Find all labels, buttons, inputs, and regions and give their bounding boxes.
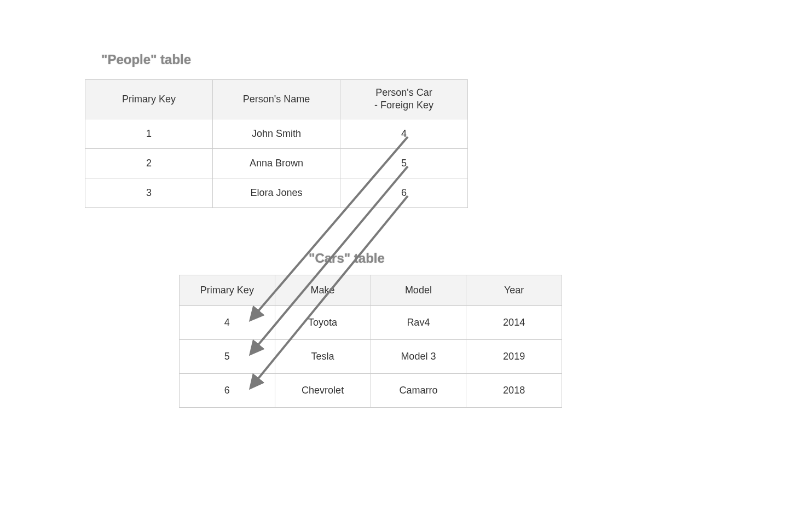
cars-cell-pk: 5 (180, 340, 275, 374)
people-cell-fk: 4 (340, 119, 468, 148)
table-row: 3 Elora Jones 6 (85, 178, 468, 207)
people-cell-pk: 1 (85, 119, 213, 148)
cars-cell-year: 2018 (466, 374, 562, 408)
people-table-title: "People" table (101, 52, 191, 67)
people-header-name: Person's Name (213, 80, 340, 119)
cars-cell-pk: 4 (180, 306, 275, 340)
cars-header-model: Model (371, 275, 466, 306)
cars-cell-model: Model 3 (371, 340, 466, 374)
cars-cell-model: Camarro (371, 374, 466, 408)
cars-cell-model: Rav4 (371, 306, 466, 340)
people-header-fk: Person's Car - Foreign Key (340, 80, 468, 119)
people-header-pk: Primary Key (85, 80, 213, 119)
people-cell-fk: 6 (340, 178, 468, 207)
cars-header-year: Year (466, 275, 562, 306)
people-cell-name: John Smith (213, 119, 340, 148)
cars-cell-make: Chevrolet (275, 374, 371, 408)
cars-cell-year: 2014 (466, 306, 562, 340)
cars-header-pk: Primary Key (180, 275, 275, 306)
people-cell-pk: 2 (85, 148, 213, 178)
cars-cell-make: Toyota (275, 306, 371, 340)
cars-cell-pk: 6 (180, 374, 275, 408)
cars-cell-make: Tesla (275, 340, 371, 374)
people-cell-pk: 3 (85, 178, 213, 207)
cars-table: Primary Key Make Model Year 4 Toyota Rav… (179, 275, 562, 408)
cars-header-make: Make (275, 275, 371, 306)
table-row: 6 Chevrolet Camarro 2018 (180, 374, 562, 408)
cars-table-title: "Cars" table (309, 251, 385, 266)
people-table: Primary Key Person's Name Person's Car -… (85, 79, 468, 208)
table-row: 5 Tesla Model 3 2019 (180, 340, 562, 374)
table-row: 1 John Smith 4 (85, 119, 468, 148)
people-cell-name: Elora Jones (213, 178, 340, 207)
people-cell-fk: 5 (340, 148, 468, 178)
cars-cell-year: 2019 (466, 340, 562, 374)
table-row: 4 Toyota Rav4 2014 (180, 306, 562, 340)
table-row: 2 Anna Brown 5 (85, 148, 468, 178)
people-cell-name: Anna Brown (213, 148, 340, 178)
